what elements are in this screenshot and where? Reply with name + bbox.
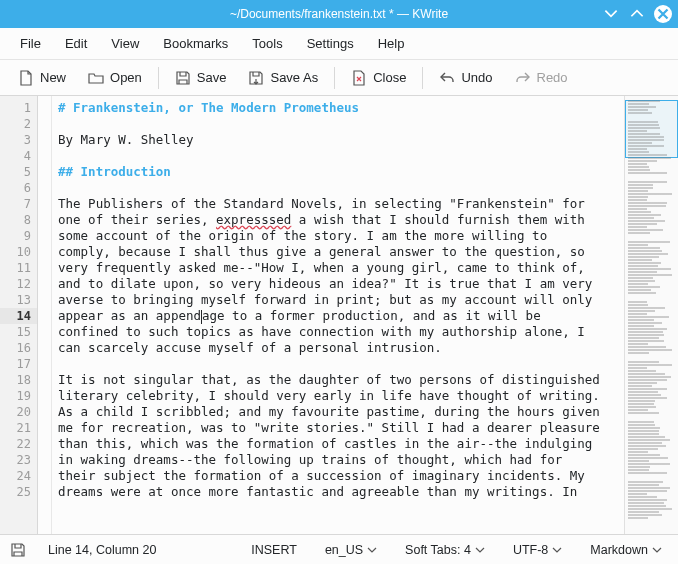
- menu-settings[interactable]: Settings: [295, 30, 366, 57]
- text-editor[interactable]: # Frankenstein, or The Modern Prometheus…: [52, 96, 624, 534]
- status-indent[interactable]: Soft Tabs: 4: [399, 541, 491, 559]
- editor-line[interactable]: ## Introduction: [58, 164, 618, 180]
- line-number[interactable]: 8: [0, 212, 37, 228]
- line-number[interactable]: 21: [0, 420, 37, 436]
- line-number[interactable]: 18: [0, 372, 37, 388]
- editor-line[interactable]: By Mary W. Shelley: [58, 132, 618, 148]
- new-file-icon: [18, 70, 34, 86]
- minimap-line: [628, 166, 675, 168]
- minimap-line: [628, 112, 675, 114]
- toolbar-separator: [334, 67, 335, 89]
- minimap-line: [628, 448, 675, 450]
- status-cursor-pos[interactable]: Line 14, Column 20: [42, 541, 162, 559]
- menu-file[interactable]: File: [8, 30, 53, 57]
- editor-line[interactable]: comply, because I shall thus give a gene…: [58, 244, 618, 260]
- editor-line[interactable]: # Frankenstein, or The Modern Prometheus: [58, 100, 618, 116]
- menu-bookmarks[interactable]: Bookmarks: [151, 30, 240, 57]
- editor-line[interactable]: As a child I scribbled; and my favourite…: [58, 404, 618, 420]
- editor-line[interactable]: and to dilate upon, so very hideous an i…: [58, 276, 618, 292]
- open-button[interactable]: Open: [78, 65, 152, 91]
- editor-line[interactable]: [58, 148, 618, 164]
- minimap-line: [628, 127, 675, 129]
- status-encoding[interactable]: UTF-8: [507, 541, 568, 559]
- save-status-icon[interactable]: [10, 542, 26, 558]
- line-number[interactable]: 25: [0, 484, 37, 500]
- minimap-line: [628, 352, 675, 354]
- editor-line[interactable]: [58, 356, 618, 372]
- editor-line[interactable]: some account of the origin of the story.…: [58, 228, 618, 244]
- menu-tools[interactable]: Tools: [240, 30, 294, 57]
- line-number[interactable]: 16: [0, 340, 37, 356]
- menu-view[interactable]: View: [99, 30, 151, 57]
- line-number[interactable]: 6: [0, 180, 37, 196]
- editor-line[interactable]: appear as an appendage to a former produ…: [58, 308, 618, 324]
- line-number[interactable]: 20: [0, 404, 37, 420]
- line-number-gutter[interactable]: 1234567891011121314151617181920212223242…: [0, 96, 38, 534]
- minimap-line: [628, 370, 675, 372]
- line-number[interactable]: 13: [0, 292, 37, 308]
- editor-line[interactable]: dreams were at once more fantastic and a…: [58, 484, 618, 500]
- fold-bar[interactable]: [38, 96, 52, 534]
- line-number[interactable]: 2: [0, 116, 37, 132]
- line-number[interactable]: 12: [0, 276, 37, 292]
- save-button[interactable]: Save: [165, 65, 237, 91]
- undo-button[interactable]: Undo: [429, 65, 502, 91]
- menu-edit[interactable]: Edit: [53, 30, 99, 57]
- editor-line[interactable]: literary celebrity, I should very early …: [58, 388, 618, 404]
- line-number[interactable]: 15: [0, 324, 37, 340]
- minimap-line: [628, 508, 675, 510]
- line-number[interactable]: 19: [0, 388, 37, 404]
- editor-line[interactable]: [58, 180, 618, 196]
- minimap-line: [628, 304, 675, 306]
- line-number[interactable]: 14: [0, 308, 37, 324]
- saveas-button[interactable]: Save As: [238, 65, 328, 91]
- line-number[interactable]: 24: [0, 468, 37, 484]
- close-icon: [351, 70, 367, 86]
- status-edit-mode[interactable]: INSERT: [245, 541, 303, 559]
- status-language[interactable]: en_US: [319, 541, 383, 559]
- maximize-button[interactable]: [628, 5, 646, 23]
- line-number[interactable]: 10: [0, 244, 37, 260]
- editor-line[interactable]: than this, which was the formation of ca…: [58, 436, 618, 452]
- line-number[interactable]: 1: [0, 100, 37, 116]
- line-number[interactable]: 4: [0, 148, 37, 164]
- line-number[interactable]: 23: [0, 452, 37, 468]
- minimap-line: [628, 460, 675, 462]
- close-window-button[interactable]: [654, 5, 672, 23]
- editor-line[interactable]: in waking dreams--the following up train…: [58, 452, 618, 468]
- editor-line[interactable]: confined to such topics as have connecti…: [58, 324, 618, 340]
- line-number[interactable]: 17: [0, 356, 37, 372]
- close-button[interactable]: Close: [341, 65, 416, 91]
- saveas-label: Save As: [270, 70, 318, 85]
- editor-line[interactable]: [58, 116, 618, 132]
- minimap-line: [628, 364, 675, 366]
- editor-line[interactable]: their subject the formation of a success…: [58, 468, 618, 484]
- editor-line[interactable]: It is not singular that, as the daughter…: [58, 372, 618, 388]
- line-number[interactable]: 11: [0, 260, 37, 276]
- new-button[interactable]: New: [8, 65, 76, 91]
- editor-line[interactable]: one of their series, expresssed a wish t…: [58, 212, 618, 228]
- editor-line[interactable]: The Publishers of the Standard Novels, i…: [58, 196, 618, 212]
- minimap-line: [628, 397, 675, 399]
- minimap[interactable]: [624, 96, 678, 534]
- line-number[interactable]: 3: [0, 132, 37, 148]
- minimap-line: [628, 202, 675, 204]
- minimap-line: [628, 274, 675, 276]
- minimap-line: [628, 490, 675, 492]
- spelling-error[interactable]: expresssed: [216, 212, 291, 227]
- minimap-line: [628, 157, 675, 159]
- menu-help[interactable]: Help: [366, 30, 417, 57]
- minimap-line: [628, 307, 675, 309]
- editor-line[interactable]: very frequently asked me--"How I, when a…: [58, 260, 618, 276]
- line-number[interactable]: 5: [0, 164, 37, 180]
- line-number[interactable]: 22: [0, 436, 37, 452]
- editor-line[interactable]: me for recreation, was to "write stories…: [58, 420, 618, 436]
- editor-line[interactable]: averse to bringing myself forward in pri…: [58, 292, 618, 308]
- line-number[interactable]: 7: [0, 196, 37, 212]
- editor-line[interactable]: can scarcely accuse myself of a personal…: [58, 340, 618, 356]
- line-number[interactable]: 9: [0, 228, 37, 244]
- minimap-line: [628, 253, 675, 255]
- minimize-button[interactable]: [602, 5, 620, 23]
- redo-button[interactable]: Redo: [505, 65, 578, 91]
- status-syntax[interactable]: Markdown: [584, 541, 668, 559]
